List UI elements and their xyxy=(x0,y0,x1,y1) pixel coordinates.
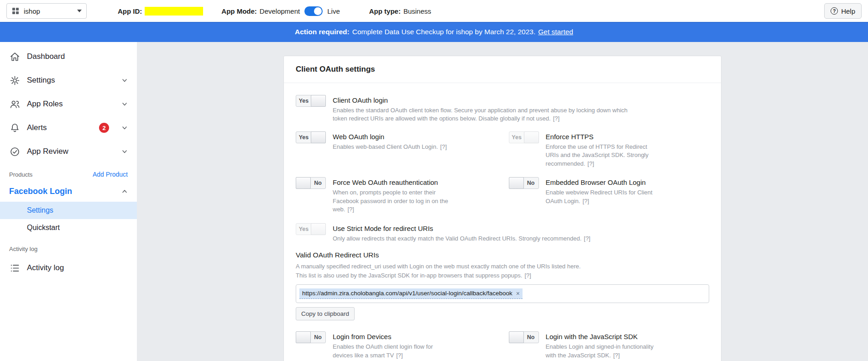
sidebar-item-label: App Roles xyxy=(27,99,63,109)
toggle-state-label: Yes xyxy=(296,95,311,106)
setting-title: Login with the JavaScript SDK xyxy=(546,333,662,340)
sidebar-item-label: Dashboard xyxy=(27,52,65,61)
help-tooltip-icon[interactable]: [?] xyxy=(396,352,403,359)
login-from-devices-toggle[interactable]: No xyxy=(296,331,326,343)
setting-title: Client OAuth login xyxy=(333,96,643,104)
js-sdk-login-row: No Login with the JavaScript SDK Enables… xyxy=(509,331,709,360)
toggle-state-label: No xyxy=(310,178,325,188)
sidebar-item-dashboard[interactable]: Dashboard xyxy=(0,45,137,68)
setting-description: Enables the standard OAuth client token … xyxy=(333,106,643,123)
alerts-count-badge: 2 xyxy=(99,123,109,133)
description-text: Enables web-based Client OAuth Login. xyxy=(333,143,438,150)
setting-title: Web OAuth login xyxy=(333,133,447,141)
app-mode-toggle[interactable] xyxy=(304,6,323,16)
toggle-state-label: No xyxy=(310,332,325,343)
sidebar-item-label: Alerts xyxy=(27,123,47,132)
check-circle-icon xyxy=(9,146,20,157)
app-selector-dropdown[interactable]: ishop xyxy=(6,3,87,19)
setting-title: Enforce HTTPS xyxy=(546,133,662,141)
sidebar-item-alerts[interactable]: Alerts 2 xyxy=(0,116,137,140)
sidebar-item-app-review[interactable]: App Review xyxy=(0,140,137,163)
help-tooltip-icon[interactable]: [?] xyxy=(347,206,354,213)
help-tooltip-icon[interactable]: [?] xyxy=(553,115,559,122)
sidebar-item-activity-log[interactable]: Activity log xyxy=(0,256,137,280)
client-oauth-login-row: Yes Client OAuth login Enables the stand… xyxy=(296,95,709,123)
redirect-uris-section: Valid OAuth Redirect URIs A manually spe… xyxy=(296,251,709,320)
chevron-down-icon xyxy=(121,101,128,107)
toggle-knob xyxy=(296,331,311,343)
chevron-down-icon xyxy=(121,125,128,131)
login-from-devices-row: No Login from Devices Enables the OAuth … xyxy=(296,331,509,360)
main-content: Client OAuth settings Yes Client OAuth l… xyxy=(137,42,868,361)
setting-title: Login from Devices xyxy=(333,333,454,340)
bell-icon xyxy=(9,123,20,133)
list-icon xyxy=(9,263,20,273)
strict-mode-row: Yes Use Strict Mode for redirect URIs On… xyxy=(296,223,709,243)
setting-description: Enables Login and signed-in functionalit… xyxy=(546,343,662,360)
toggle-knob xyxy=(509,331,524,343)
redirect-uri-chip: https://admin.zira.cholobangla.com/api/v… xyxy=(299,288,523,299)
setting-description: Enable webview Redirect URIs for Client … xyxy=(546,188,662,205)
redirect-uris-input[interactable]: https://admin.zira.cholobangla.com/api/v… xyxy=(296,284,709,303)
sidebar-item-fb-login-settings[interactable]: Settings xyxy=(0,202,137,219)
toggle-knob xyxy=(509,177,524,189)
top-bar: ishop App ID: App Mode: Development Live… xyxy=(0,0,868,22)
sidebar-item-settings[interactable]: Settings xyxy=(0,68,137,92)
help-tooltip-icon[interactable]: [?] xyxy=(587,160,594,167)
force-reauth-row: No Force Web OAuth reauthentication When… xyxy=(296,177,509,214)
description-line: This list is also used by the JavaScript… xyxy=(296,271,709,280)
redirect-uris-title: Valid OAuth Redirect URIs xyxy=(296,251,709,259)
enforce-https-row: Yes Enforce HTTPS Enforce the use of HTT… xyxy=(509,131,709,168)
app-type-label: App type: xyxy=(369,7,401,15)
copy-to-clipboard-button[interactable]: Copy to clipboard xyxy=(296,307,355,320)
toggle-knob xyxy=(311,95,326,107)
toggle-state-label: Yes xyxy=(296,224,311,235)
app-id-group: App ID: xyxy=(118,7,203,16)
setting-title: Embedded Browser OAuth Login xyxy=(546,178,662,186)
sidebar-item-facebook-login[interactable]: Facebook Login xyxy=(0,181,137,202)
app-mode-live-label: Live xyxy=(327,7,340,15)
help-tooltip-icon[interactable]: [?] xyxy=(440,143,447,150)
sub-item-label: Settings xyxy=(27,206,53,215)
chevron-down-icon xyxy=(121,77,128,84)
toggle-knob xyxy=(296,177,311,189)
sidebar-item-app-roles[interactable]: App Roles xyxy=(0,92,137,116)
toggle-state-label: No xyxy=(523,178,539,188)
app-selector-label: ishop xyxy=(24,7,73,15)
products-section-header: Products Add Product xyxy=(0,163,137,181)
chip-remove-icon[interactable]: × xyxy=(516,290,520,297)
sidebar-item-fb-login-quickstart[interactable]: Quickstart xyxy=(0,219,137,236)
web-oauth-login-toggle[interactable]: Yes xyxy=(296,131,326,143)
app-grid-icon xyxy=(11,7,20,15)
enforce-https-toggle: Yes xyxy=(509,131,539,143)
caret-down-icon xyxy=(77,10,82,12)
banner-message: Complete Data Use Checkup for ishop by M… xyxy=(352,28,536,36)
help-button-label: Help xyxy=(841,7,855,15)
get-started-link[interactable]: Get started xyxy=(538,28,573,36)
products-label: Products xyxy=(9,171,32,178)
js-sdk-login-toggle[interactable]: No xyxy=(509,331,539,343)
help-tooltip-icon[interactable]: [?] xyxy=(524,272,531,279)
description-text: Enables the OAuth client login flow for … xyxy=(333,343,433,358)
help-tooltip-icon[interactable]: [?] xyxy=(582,198,589,204)
app-id-label: App ID: xyxy=(118,7,142,15)
force-reauth-toggle[interactable]: No xyxy=(296,177,326,189)
help-button[interactable]: ? Help xyxy=(824,3,862,19)
embedded-browser-toggle[interactable]: No xyxy=(509,177,539,189)
help-tooltip-icon[interactable]: [?] xyxy=(584,235,590,242)
help-tooltip-icon[interactable]: [?] xyxy=(613,352,620,359)
sub-item-label: Quickstart xyxy=(27,224,60,232)
description-text: Only allow redirects that exactly match … xyxy=(333,235,581,242)
app-type-value: Business xyxy=(403,7,431,15)
setting-description: Enables web-based Client OAuth Login.[?] xyxy=(333,143,447,151)
add-product-link[interactable]: Add Product xyxy=(93,171,128,178)
sidebar: Dashboard Settings App R xyxy=(0,42,137,361)
card-title: Client OAuth settings xyxy=(284,56,721,83)
people-icon xyxy=(9,99,20,110)
client-oauth-login-toggle[interactable]: Yes xyxy=(296,95,326,107)
toggle-knob xyxy=(311,223,326,235)
app-mode-group: App Mode: Development Live xyxy=(221,6,340,16)
activity-log-section-label: Activity log xyxy=(0,236,137,256)
chevron-down-icon xyxy=(121,148,128,155)
setting-description: When on, prompts people to enter their F… xyxy=(333,188,454,214)
